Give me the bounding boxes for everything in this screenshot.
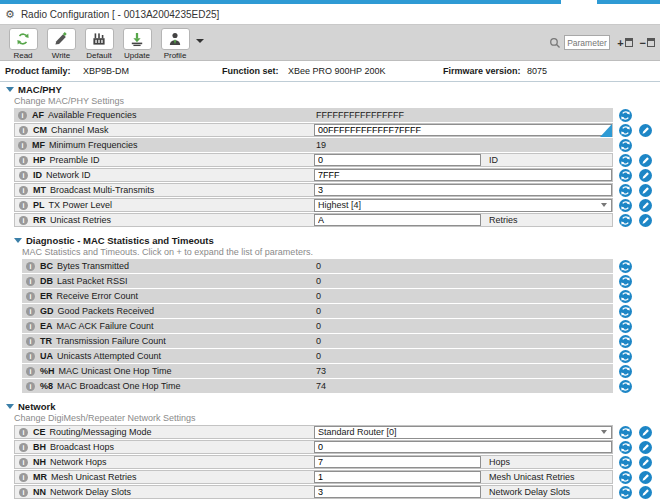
read-parameter-button[interactable] <box>619 214 632 227</box>
read-parameter-button[interactable] <box>619 260 632 273</box>
param-value-area: 0 <box>313 274 321 288</box>
section-header[interactable]: Diagnostic - MAC Statistics and Timeouts <box>0 235 660 246</box>
param-dropdown[interactable]: Highest [4] <box>314 199 612 212</box>
write-parameter-button[interactable] <box>639 169 652 182</box>
parameter-row: i %H MAC Unicast One Hop Time 73 <box>0 364 660 378</box>
section-rows: i AF Available Frequencies FFFFFFFFFFFFF… <box>0 108 660 227</box>
write-parameter-button[interactable] <box>639 214 652 227</box>
read-parameter-button[interactable] <box>619 320 632 333</box>
write-parameter-button[interactable] <box>639 184 652 197</box>
info-icon[interactable]: i <box>19 488 28 497</box>
info-icon[interactable]: i <box>19 126 28 135</box>
read-parameter-button[interactable] <box>619 169 632 182</box>
info-icon[interactable]: i <box>19 201 28 210</box>
section-header[interactable]: Network <box>0 401 660 412</box>
read-parameter-button[interactable] <box>619 139 632 152</box>
param-input[interactable] <box>314 214 481 226</box>
info-icon[interactable]: i <box>26 352 35 361</box>
param-value: 0 <box>313 291 321 301</box>
read-parameter-button[interactable] <box>619 275 632 288</box>
write-button[interactable]: Write <box>43 28 79 60</box>
param-value: 0 <box>313 261 321 271</box>
read-button[interactable]: Read <box>5 28 41 60</box>
param-input[interactable] <box>314 441 612 453</box>
write-parameter-button[interactable] <box>639 124 652 137</box>
info-icon[interactable]: i <box>26 292 35 301</box>
parameter-section: Diagnostic - MAC Statistics and Timeouts… <box>0 235 660 393</box>
profile-menu-caret[interactable] <box>196 39 204 43</box>
collapse-all-button[interactable]: − <box>640 38 655 48</box>
info-icon[interactable]: i <box>19 458 28 467</box>
param-input[interactable] <box>314 456 481 468</box>
param-value-area: 74 <box>313 379 326 393</box>
write-parameter-button[interactable] <box>639 441 652 454</box>
param-value-area: 0 <box>313 289 321 303</box>
info-icon[interactable]: i <box>19 171 28 180</box>
param-input[interactable] <box>314 169 612 181</box>
param-value: 74 <box>313 381 326 391</box>
write-parameter-button[interactable] <box>639 199 652 212</box>
read-parameter-button[interactable] <box>619 124 632 137</box>
default-button[interactable]: Default <box>81 28 117 60</box>
param-unit: ID <box>489 155 498 165</box>
param-value-area: 73 <box>313 364 326 378</box>
info-icon[interactable]: i <box>26 337 35 346</box>
parameter-section: Network Change DigiMesh/Repeater Network… <box>0 401 660 499</box>
param-code: BC <box>40 261 53 271</box>
read-parameter-button[interactable] <box>619 380 632 393</box>
profile-button[interactable]: Profile <box>157 28 193 60</box>
param-input[interactable] <box>314 184 612 196</box>
info-icon[interactable]: i <box>26 322 35 331</box>
read-parameter-button[interactable] <box>619 365 632 378</box>
write-parameter-button[interactable] <box>639 456 652 469</box>
info-icon[interactable]: i <box>19 428 28 437</box>
section-subtitle: Change DigiMesh/Repeater Network Setting… <box>14 413 660 423</box>
read-parameter-button[interactable] <box>619 154 632 167</box>
read-parameter-button[interactable] <box>619 184 632 197</box>
read-parameter-button[interactable] <box>619 199 632 212</box>
update-button[interactable]: Update <box>119 28 155 60</box>
read-parameter-button[interactable] <box>619 290 632 303</box>
info-icon[interactable]: i <box>26 367 35 376</box>
read-parameter-button[interactable] <box>619 426 632 439</box>
info-icon[interactable]: i <box>19 216 28 225</box>
parameter-row: i TR Transmission Failure Count 0 <box>0 334 660 348</box>
read-parameter-button[interactable] <box>619 109 632 122</box>
parameter-row: i MF Minimum Frequencies 19 <box>0 138 660 152</box>
tab-indicator-left <box>0 0 561 4</box>
info-icon[interactable]: i <box>19 443 28 452</box>
read-parameter-button[interactable] <box>619 456 632 469</box>
section-rows: i BC Bytes Transmitted 0 i DB Last Packe… <box>0 259 660 393</box>
read-parameter-button[interactable] <box>619 471 632 484</box>
param-input[interactable] <box>314 486 481 498</box>
param-input[interactable] <box>314 471 481 483</box>
info-icon[interactable]: i <box>18 141 27 150</box>
info-icon[interactable]: i <box>26 382 35 391</box>
write-parameter-button[interactable] <box>639 471 652 484</box>
write-parameter-button[interactable] <box>639 426 652 439</box>
parameter-search-input[interactable] <box>564 35 610 50</box>
read-parameter-button[interactable] <box>619 350 632 363</box>
read-parameter-button[interactable] <box>619 441 632 454</box>
param-input[interactable] <box>314 154 481 166</box>
info-icon[interactable]: i <box>19 186 28 195</box>
read-parameter-button[interactable] <box>619 335 632 348</box>
write-parameter-button[interactable] <box>639 154 652 167</box>
param-input[interactable] <box>314 124 612 136</box>
info-icon[interactable]: i <box>18 111 27 120</box>
section-header[interactable]: MAC/PHY <box>0 84 660 95</box>
read-parameter-button[interactable] <box>619 486 632 499</box>
write-parameter-button[interactable] <box>639 486 652 499</box>
info-icon[interactable]: i <box>26 262 35 271</box>
info-icon[interactable]: i <box>26 307 35 316</box>
info-icon[interactable]: i <box>19 473 28 482</box>
expand-all-button[interactable]: + <box>617 38 632 48</box>
info-icon[interactable]: i <box>26 277 35 286</box>
panel-title: Radio Configuration [ - 0013A2004235ED25… <box>21 9 219 20</box>
info-icon[interactable]: i <box>19 156 28 165</box>
parameter-row: i DB Last Packet RSSI 0 <box>0 274 660 288</box>
read-parameter-button[interactable] <box>619 305 632 318</box>
param-dropdown[interactable]: Standard Router [0] <box>314 426 612 439</box>
param-label: Broadcast Multi-Transmits <box>50 185 154 195</box>
param-code: BH <box>33 442 46 452</box>
